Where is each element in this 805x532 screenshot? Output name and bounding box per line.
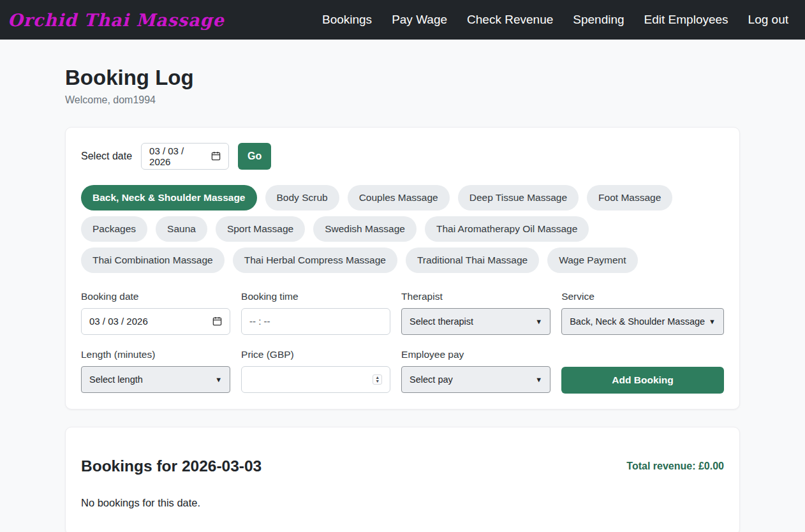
- booking-date-value: 03 / 03 / 2026: [89, 316, 148, 327]
- chevron-down-icon: ▼: [215, 376, 222, 383]
- booking-date-label: Booking date: [81, 291, 230, 302]
- nav-item-check-revenue[interactable]: Check Revenue: [467, 13, 553, 27]
- employee-pay-selected-value: Select pay: [410, 374, 453, 385]
- number-spinner[interactable]: ▲ ▼: [373, 374, 382, 385]
- calendar-icon[interactable]: [212, 316, 222, 326]
- nav-item-edit-employees[interactable]: Edit Employees: [644, 13, 728, 27]
- pill-swedish-massage[interactable]: Swedish Massage: [313, 216, 417, 242]
- add-booking-form: Booking date 03 / 03 / 2026 Booking time…: [81, 291, 724, 394]
- filter-date-value: 03 / 03 / 2026: [149, 145, 206, 167]
- pill-thai-aromatherapy[interactable]: Thai Aromatherapy Oil Massage: [425, 216, 589, 242]
- therapist-field: Therapist Select therapist ▼: [401, 291, 550, 335]
- pill-thai-combination[interactable]: Thai Combination Massage: [81, 248, 225, 273]
- employee-pay-select[interactable]: Select pay ▼: [401, 366, 550, 393]
- pill-sauna[interactable]: Sauna: [156, 216, 207, 242]
- nav-item-bookings[interactable]: Bookings: [322, 13, 372, 27]
- employee-pay-label: Employee pay: [401, 349, 550, 360]
- pill-foot-massage[interactable]: Foot Massage: [587, 185, 672, 211]
- pill-couples-massage[interactable]: Couples Massage: [348, 185, 450, 211]
- pill-back-neck-shoulder[interactable]: Back, Neck & Shoulder Massage: [81, 185, 257, 211]
- add-booking-button[interactable]: Add Booking: [561, 367, 724, 394]
- service-select[interactable]: Back, Neck & Shoulder Massage ▼: [561, 308, 724, 335]
- nav-item-pay-wage[interactable]: Pay Wage: [392, 13, 447, 27]
- price-input[interactable]: ▲ ▼: [241, 366, 390, 393]
- booking-date-input[interactable]: 03 / 03 / 2026: [81, 308, 230, 335]
- booking-time-value: -- : --: [249, 316, 270, 327]
- label-spacer: [561, 349, 724, 367]
- pill-wage-payment[interactable]: Wage Payment: [547, 248, 637, 273]
- nav-item-log-out[interactable]: Log out: [748, 13, 788, 27]
- select-date-label: Select date: [81, 151, 132, 162]
- booking-time-field: Booking time -- : --: [241, 291, 390, 335]
- service-label: Service: [561, 291, 724, 302]
- booking-date-field: Booking date 03 / 03 / 2026: [81, 291, 230, 335]
- employee-pay-field: Employee pay Select pay ▼: [401, 349, 550, 394]
- bookings-heading: Bookings for 2026-03-03: [81, 457, 262, 475]
- length-selected-value: Select length: [89, 374, 143, 385]
- therapist-selected-value: Select therapist: [410, 316, 473, 327]
- nav-item-spending[interactable]: Spending: [573, 13, 624, 27]
- bookings-header: Bookings for 2026-03-03 Total revenue: £…: [81, 457, 724, 475]
- length-select[interactable]: Select length ▼: [81, 366, 230, 393]
- main-content: Booking Log Welcome, dom1994 Select date…: [65, 65, 740, 532]
- booking-time-label: Booking time: [241, 291, 390, 302]
- pill-sport-massage[interactable]: Sport Massage: [216, 216, 305, 242]
- top-navbar: Orchid Thai Massage Bookings Pay Wage Ch…: [0, 0, 805, 40]
- chevron-down-icon: ▼: [535, 376, 542, 383]
- pill-thai-herbal-compress[interactable]: Thai Herbal Compress Massage: [233, 248, 397, 273]
- therapist-select[interactable]: Select therapist ▼: [401, 308, 550, 335]
- service-field: Service Back, Neck & Shoulder Massage ▼: [561, 291, 724, 335]
- spinner-down-icon[interactable]: ▼: [375, 380, 380, 383]
- chevron-down-icon: ▼: [535, 318, 542, 325]
- booking-time-input[interactable]: -- : --: [241, 308, 390, 335]
- therapist-label: Therapist: [401, 291, 550, 302]
- empty-bookings-message: No bookings for this date.: [81, 497, 724, 509]
- filter-date-input[interactable]: 03 / 03 / 2026: [141, 143, 229, 170]
- pill-body-scrub[interactable]: Body Scrub: [265, 185, 339, 211]
- pill-packages[interactable]: Packages: [81, 216, 147, 242]
- service-filter-pills: Back, Neck & Shoulder Massage Body Scrub…: [81, 185, 724, 273]
- welcome-text: Welcome, dom1994: [65, 94, 740, 106]
- price-field: Price (GBP) ▲ ▼: [241, 349, 390, 394]
- booking-form-card: Select date 03 / 03 / 2026 Go Back, Neck…: [65, 127, 740, 410]
- brand-logo[interactable]: Orchid Thai Massage: [8, 10, 225, 30]
- select-date-row: Select date 03 / 03 / 2026 Go: [81, 143, 724, 170]
- bookings-list-card: Bookings for 2026-03-03 Total revenue: £…: [65, 427, 740, 532]
- chevron-down-icon: ▼: [709, 318, 716, 325]
- length-field: Length (minutes) Select length ▼: [81, 349, 230, 394]
- go-button[interactable]: Go: [238, 143, 271, 170]
- calendar-icon[interactable]: [211, 151, 221, 161]
- price-label: Price (GBP): [241, 349, 390, 360]
- nav-links: Bookings Pay Wage Check Revenue Spending…: [322, 13, 788, 27]
- total-revenue: Total revenue: £0.00: [626, 461, 724, 472]
- add-booking-field: Add Booking: [561, 349, 724, 394]
- pill-traditional-thai[interactable]: Traditional Thai Massage: [406, 248, 539, 273]
- page-title: Booking Log: [65, 65, 740, 91]
- length-label: Length (minutes): [81, 349, 230, 360]
- pill-deep-tissue[interactable]: Deep Tissue Massage: [458, 185, 579, 211]
- service-selected-value: Back, Neck & Shoulder Massage: [570, 316, 705, 327]
